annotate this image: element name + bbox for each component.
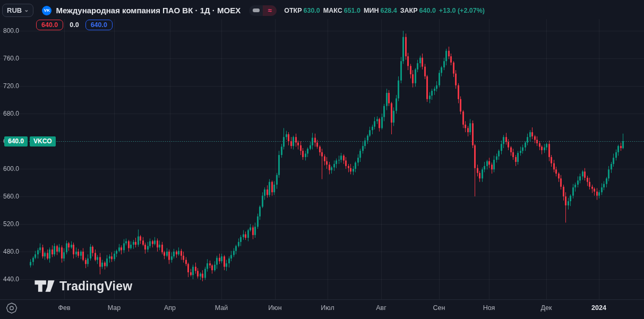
open-value: 630.0 <box>304 7 320 14</box>
time-tick-label: Мар <box>98 304 130 312</box>
currency-label: RUB <box>7 6 22 14</box>
low-value: 628.4 <box>380 7 397 14</box>
watermark-text: TradingView <box>59 279 132 294</box>
time-tick-label: Сен <box>423 304 455 312</box>
price-tick-label: 560.0 <box>3 193 25 200</box>
time-tick-label: Июл <box>312 304 344 312</box>
time-tick-label: Май <box>205 304 237 312</box>
time-tick-label: Дек <box>530 304 562 312</box>
time-axis[interactable]: ФевМарАпрМайИюнИюлАвгСенНояДек2024 <box>0 300 644 319</box>
flag-icon[interactable] <box>249 5 263 16</box>
time-tick-label: Июн <box>259 304 291 312</box>
price-tick-label: 800.0 <box>3 27 25 35</box>
tradingview-chart-page: { "header": { "currency_button": "RUB", … <box>0 0 644 319</box>
low-label: МИН <box>364 7 379 14</box>
tradingview-logo-icon <box>34 278 55 294</box>
symbol-title[interactable]: Международная компания ПАО ВК · 1Д · MOE… <box>56 6 241 15</box>
price-tick-label: 480.0 <box>3 248 25 255</box>
time-tick-label: Ноя <box>473 304 505 312</box>
tradingview-watermark[interactable]: TradingView <box>34 278 132 294</box>
timezone-settings-icon[interactable] <box>5 302 18 317</box>
open-label: ОТКР <box>284 7 302 14</box>
legend-toggle-pill[interactable]: ≈ <box>249 5 277 16</box>
ohlc-legend: ОТКР 630.0 МАКС 651.0 МИН 628.4 ЗАКР 640… <box>284 7 485 14</box>
change-value: +13.0 (+2.07%) <box>439 7 485 14</box>
close-value: 640.0 <box>419 7 436 14</box>
sell-price-chip[interactable]: 640.0 <box>36 20 63 30</box>
time-tick-label: Авг <box>365 304 397 312</box>
candlestick-chart[interactable] <box>0 0 644 319</box>
price-tick-label: 520.0 <box>3 220 25 228</box>
wave-icon[interactable]: ≈ <box>263 5 277 16</box>
price-tick-label: 680.0 <box>3 110 25 117</box>
chevron-down-icon: ⌄ <box>24 8 29 11</box>
price-tick-label: 760.0 <box>3 55 25 62</box>
buy-price-chip[interactable]: 640.0 <box>85 20 113 30</box>
last-price-badges: 640.0 VKCO <box>4 136 56 146</box>
currency-dropdown[interactable]: RUB ⌄ <box>2 4 33 17</box>
price-tick-label: 600.0 <box>3 165 25 173</box>
high-label: МАКС <box>323 7 342 14</box>
time-tick-label: 2024 <box>583 304 615 312</box>
vk-logo-icon: VK <box>42 6 51 15</box>
last-price-badge: 640.0 <box>4 136 28 146</box>
price-axis[interactable]: 800.0760.0720.0680.0640.0600.0560.0520.0… <box>0 0 28 300</box>
close-label: ЗАКР <box>400 7 418 14</box>
symbol-badge: VKCO <box>30 136 56 146</box>
high-value: 651.0 <box>344 7 360 14</box>
order-chips-row: 640.0 0.0 640.0 <box>36 20 113 30</box>
legend-row: RUB ⌄ VK Международная компания ПАО ВК ·… <box>2 4 485 17</box>
quantity-value: 0.0 <box>70 21 79 29</box>
price-tick-label: 440.0 <box>3 275 25 283</box>
time-tick-label: Фев <box>48 304 80 312</box>
price-tick-label: 720.0 <box>3 82 25 90</box>
time-tick-label: Апр <box>154 304 186 312</box>
